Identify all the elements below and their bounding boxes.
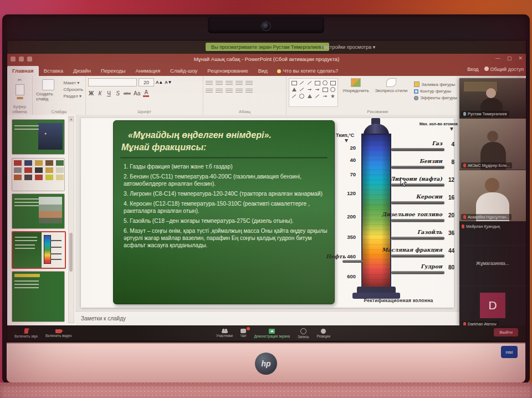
- participant-tile[interactable]: D Darkhan Atenov: [459, 286, 526, 329]
- slide-thumbnail-1[interactable]: [12, 119, 65, 155]
- numbered-list-icon[interactable]: [216, 80, 223, 86]
- arrange-button[interactable]: Упорядочить: [341, 78, 371, 107]
- shape-effects-button[interactable]: Эффекты фигуры: [414, 95, 457, 100]
- tab-slideshow[interactable]: Слайд-шоу: [165, 66, 202, 76]
- notes-bar[interactable]: Заметки к слайду: [75, 311, 526, 325]
- shrink-font-icon[interactable]: А▼: [165, 80, 172, 85]
- current-slide[interactable]: «Мұнайдың өңделген өнімдері». Мұнай фрак…: [81, 118, 454, 308]
- reset-button[interactable]: Сбросить: [63, 87, 83, 92]
- participant-video: [486, 88, 496, 98]
- line-spacing-icon[interactable]: [245, 80, 253, 86]
- thumbnail-scrollbar[interactable]: ▲: [68, 116, 74, 323]
- shape-icon[interactable]: [306, 86, 313, 93]
- paste-icon[interactable]: [16, 84, 24, 95]
- slide-thumbnail-2[interactable]: [12, 158, 65, 191]
- strikethrough-button[interactable]: abc: [124, 91, 131, 96]
- share-screen-button[interactable]: Демонстрация экрана: [250, 329, 294, 338]
- shape-icon[interactable]: [321, 80, 329, 86]
- italic-button[interactable]: К: [97, 90, 103, 96]
- tell-me-box[interactable]: Что вы хотите сделать?: [273, 67, 343, 76]
- share-button[interactable]: Общий доступ: [484, 67, 524, 72]
- change-case-button[interactable]: Аа: [134, 90, 140, 96]
- tab-dizain[interactable]: Дизайн: [68, 66, 96, 76]
- shape-icon[interactable]: [321, 93, 329, 99]
- slide-text-panel[interactable]: «Мұнайдың өңделген өнімдері». Мұнай фрак…: [113, 120, 335, 304]
- lightbulb-icon: [277, 69, 281, 73]
- shape-outline-button[interactable]: Контур фигуры: [414, 89, 457, 94]
- mouse-cursor: [400, 177, 407, 187]
- shapes-gallery[interactable]: [289, 78, 338, 107]
- shape-fill-button[interactable]: Заливка фигуры: [414, 81, 457, 87]
- cut-icon[interactable]: ✂: [18, 77, 22, 83]
- reactions-button[interactable]: Реакции: [313, 329, 334, 338]
- shape-icon[interactable]: [329, 80, 336, 86]
- scrollbar-thumb[interactable]: [69, 233, 73, 272]
- record-button[interactable]: Запись: [294, 328, 313, 339]
- participant-tile[interactable]: АКЭиС Мұдірер Біле...: [459, 119, 526, 170]
- shape-icon[interactable]: [298, 93, 305, 99]
- shape-icon[interactable]: [329, 93, 336, 99]
- pipe: [391, 183, 444, 186]
- bullet-list-icon[interactable]: [206, 80, 213, 86]
- font-size-input[interactable]: 20: [139, 78, 154, 86]
- shape-icon[interactable]: [290, 80, 298, 86]
- layout-button[interactable]: Макет ▾: [63, 80, 83, 85]
- underline-button[interactable]: Ч: [106, 90, 112, 96]
- font-name-input[interactable]: [88, 78, 137, 86]
- align-center-icon[interactable]: [216, 88, 223, 94]
- shape-icon[interactable]: [314, 93, 321, 99]
- scroll-up-arrow-icon[interactable]: ▲: [69, 116, 74, 122]
- shape-icon[interactable]: [298, 86, 305, 93]
- minimize-button[interactable]: —: [495, 55, 500, 61]
- bold-button[interactable]: Ж: [88, 90, 94, 96]
- participant-tile[interactable]: Жұмагазиева...: [459, 246, 526, 286]
- shape-icon[interactable]: [314, 80, 321, 86]
- indent-decrease-icon[interactable]: [226, 80, 233, 86]
- shape-icon[interactable]: [306, 80, 313, 86]
- tab-vstavka[interactable]: Вставка: [39, 66, 68, 76]
- unmute-button[interactable]: Включить звук: [11, 328, 42, 338]
- participants-button[interactable]: Участники: [212, 329, 237, 338]
- shape-icon[interactable]: [329, 86, 336, 93]
- participant-tile[interactable]: Рустам Тимергалиев: [459, 78, 526, 119]
- atoms-axis-label: Мах. кол-во атомов: [386, 121, 458, 126]
- shape-icon[interactable]: [290, 93, 298, 99]
- shape-icon[interactable]: [290, 86, 298, 93]
- close-button[interactable]: ✕: [518, 55, 523, 61]
- fraction-row-dizel: Дизельное топливо20: [390, 213, 458, 224]
- sign-in-button[interactable]: Вход: [467, 67, 478, 72]
- tab-vid[interactable]: Вид: [253, 66, 273, 76]
- slide-thumbnail-4-current[interactable]: [12, 231, 66, 269]
- font-color-button[interactable]: А: [143, 90, 149, 97]
- slide-thumbnail-5[interactable]: [12, 271, 65, 322]
- tab-retsenzirovanie[interactable]: Рецензирование: [202, 66, 253, 76]
- slide-thumbnail-3[interactable]: [12, 193, 65, 229]
- columns-icon[interactable]: [245, 88, 253, 94]
- shape-icon[interactable]: [298, 80, 305, 86]
- align-right-icon[interactable]: [226, 88, 233, 94]
- shape-icon[interactable]: [306, 93, 313, 99]
- fraction-row-gas: Газ4: [390, 142, 458, 154]
- tab-animatsiya[interactable]: Анимация: [130, 66, 165, 76]
- quick-styles-button[interactable]: Экспресс-стили: [374, 78, 410, 107]
- tab-perekhody[interactable]: Переходы: [96, 66, 131, 76]
- pipe: [391, 254, 444, 257]
- chat-button[interactable]: Чат: [237, 329, 250, 338]
- shape-icon[interactable]: [314, 86, 321, 93]
- view-settings-menu[interactable]: Настройки просмотра ▾: [321, 44, 375, 50]
- shape-icon[interactable]: [321, 86, 329, 93]
- justify-icon[interactable]: [236, 88, 243, 94]
- text-shadow-button[interactable]: S: [115, 90, 121, 96]
- tab-glavnaya[interactable]: Главная: [7, 66, 39, 76]
- start-video-button[interactable]: Включить видео: [42, 329, 76, 338]
- participant-tile[interactable]: Аскарбек Нұрсұлтан...: [459, 170, 526, 222]
- format-painter-icon[interactable]: [17, 97, 23, 99]
- grow-font-icon[interactable]: А▲: [156, 80, 163, 85]
- restore-button[interactable]: ▢: [507, 55, 512, 61]
- leave-meeting-button[interactable]: Выйти: [494, 328, 518, 336]
- indent-increase-icon[interactable]: [236, 80, 243, 86]
- new-slide-button[interactable]: Создать слайд: [35, 78, 61, 107]
- participant-tile[interactable]: Мейрлан Қуандық: [459, 222, 526, 246]
- section-button[interactable]: Раздел ▾: [63, 94, 83, 99]
- align-left-icon[interactable]: [206, 88, 213, 94]
